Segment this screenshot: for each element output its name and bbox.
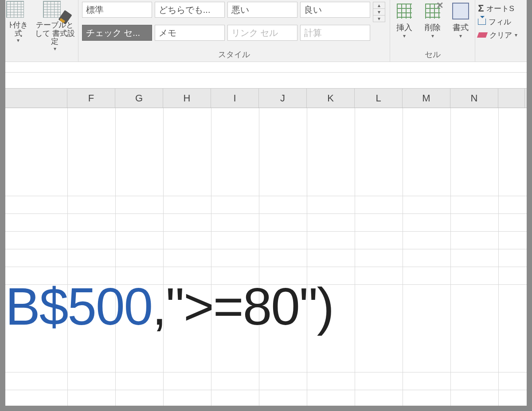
ribbon: ﾄ付き 式 ▾ テーブルとして 書式設定 ▾ 標準 どちらでも... 悪い 良い… xyxy=(5,0,527,62)
insert-label: 挿入 xyxy=(395,22,414,33)
ribbon-group-cells: 挿入 ▾ 削除 ▾ 書式 ▾ セル xyxy=(390,0,476,62)
insert-cells-icon xyxy=(395,2,414,20)
cells-group-label: セル xyxy=(390,49,475,60)
cell-style-memo[interactable]: メモ xyxy=(155,25,225,41)
column-header[interactable]: K xyxy=(307,89,355,108)
cell-style-normal[interactable]: 標準 xyxy=(82,2,152,18)
formula-rest: ,">=80") xyxy=(152,277,333,336)
column-header[interactable] xyxy=(498,89,525,108)
grid-icon xyxy=(43,1,61,18)
chevron-down-icon: ▾ xyxy=(6,38,30,43)
formula-bar-strip[interactable] xyxy=(5,62,527,73)
cell-style-check[interactable]: チェック セ... xyxy=(82,25,152,41)
column-header[interactable]: H xyxy=(163,89,211,108)
ribbon-group-format: ﾄ付き 式 ▾ テーブルとして 書式設定 ▾ xyxy=(5,0,78,62)
chevron-down-icon[interactable]: ▾ xyxy=(373,9,385,16)
column-header[interactable]: F xyxy=(67,89,115,108)
chevron-down-icon: ▾ xyxy=(451,33,470,39)
format-as-table-button[interactable]: テーブルとして 書式設定 ▾ xyxy=(33,0,77,52)
delete-label: 削除 xyxy=(423,22,442,33)
cell-style-calc[interactable]: 計算 xyxy=(300,25,370,41)
insert-button[interactable]: 挿入 ▾ xyxy=(395,2,414,39)
autosum-label: オートS xyxy=(486,4,514,14)
cell-style-good[interactable]: 良い xyxy=(300,2,370,18)
conditional-formatting-label: ﾄ付き 式 xyxy=(6,21,30,38)
grid-icon xyxy=(6,1,24,18)
column-headers: F G H I J K L M N xyxy=(5,89,527,108)
eraser-icon xyxy=(477,32,488,38)
style-gallery-scroll[interactable]: ▴ ▾ ▾ xyxy=(373,2,385,22)
format-label: 書式 xyxy=(451,22,470,33)
chevron-up-icon[interactable]: ▴ xyxy=(373,2,385,9)
conditional-formatting-button[interactable]: ﾄ付き 式 ▾ xyxy=(6,0,30,52)
chevron-down-icon: ▾ xyxy=(515,32,517,38)
autosum-button[interactable]: ΣオートS xyxy=(478,2,527,15)
chevron-down-icon: ▾ xyxy=(395,33,414,39)
cell-style-neutral[interactable]: どちらでも... xyxy=(155,2,225,18)
fill-label: フィル xyxy=(489,17,511,27)
cell-formula-overlay: B$500,">=80") xyxy=(5,276,333,337)
format-as-table-label: テーブルとして 書式設定 xyxy=(33,21,77,46)
chevron-down-icon: ▾ xyxy=(423,33,442,39)
clear-label: クリア xyxy=(489,30,512,40)
more-icon[interactable]: ▾ xyxy=(373,16,385,22)
column-header[interactable]: I xyxy=(211,89,259,108)
column-header-blank[interactable] xyxy=(5,89,67,108)
styles-group-label: スタイル xyxy=(78,49,390,60)
column-header[interactable]: N xyxy=(450,89,498,108)
column-header[interactable]: J xyxy=(259,89,307,108)
gridlines xyxy=(5,108,527,406)
column-header[interactable]: G xyxy=(115,89,163,108)
format-button[interactable]: 書式 ▾ xyxy=(451,2,470,39)
delete-cells-icon xyxy=(423,2,442,20)
column-header[interactable]: M xyxy=(403,89,450,108)
cell-style-bad[interactable]: 悪い xyxy=(227,2,297,18)
ribbon-group-styles: 標準 どちらでも... 悪い 良い ▴ ▾ ▾ チェック セ... メモ リンク… xyxy=(78,0,390,62)
sigma-icon: Σ xyxy=(478,3,484,14)
chevron-down-icon: ▾ xyxy=(33,46,77,52)
delete-button[interactable]: 削除 ▾ xyxy=(423,2,442,39)
ribbon-group-editing: ΣオートS フィル クリア▾ xyxy=(475,0,527,62)
formula-bar[interactable] xyxy=(5,73,527,89)
format-cells-icon xyxy=(451,2,470,20)
clear-button[interactable]: クリア▾ xyxy=(478,28,527,42)
column-header[interactable]: L xyxy=(355,89,403,108)
cell-style-link[interactable]: リンク セル xyxy=(227,25,297,41)
worksheet-grid[interactable]: B$500,">=80") xyxy=(5,108,527,406)
fill-button[interactable]: フィル xyxy=(478,15,527,28)
fill-down-icon xyxy=(478,19,486,25)
formula-reference: B$500 xyxy=(5,277,152,336)
